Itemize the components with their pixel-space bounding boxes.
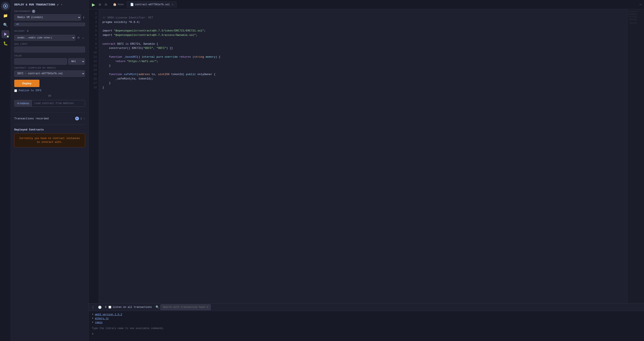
at-address-button[interactable]: At Address [14, 100, 32, 107]
top-toolbar: ▶ ⊕ ⊖ 🏠 Home 📄 contract-e077561e7b.sol ✕… [88, 0, 644, 9]
contract-select[interactable]: DEFI - contract-e077561e7b.sol [14, 70, 85, 77]
environment-row: Remix VM (London) ℹ [14, 14, 85, 20]
tab-home[interactable]: 🏠 Home [110, 1, 127, 8]
console-prompt[interactable]: > [92, 332, 641, 336]
publish-ipfs-checkbox[interactable] [14, 89, 17, 92]
account-label: ACCOUNT ⊕ [14, 28, 85, 33]
console-line-1: • web3 version 1.5.2 [92, 313, 641, 317]
home-tab-label: Home [118, 3, 124, 6]
account-row: 0x5B3...eddC4 (100 ether) ⧉ ✏ [14, 35, 85, 41]
environment-select[interactable]: Remix VM (London) [14, 14, 81, 20]
arrow-icon: › [61, 3, 63, 6]
console-line-3: • remix [92, 321, 641, 325]
listen-all-checkbox[interactable] [108, 306, 111, 309]
console-search-input[interactable] [160, 304, 211, 310]
value-input[interactable]: 0 [14, 58, 67, 65]
web3-link[interactable]: web3 version 1.5.2 [95, 313, 122, 316]
transactions-info-icon[interactable]: ℹ [80, 117, 82, 120]
console-search-icon: 🔍 [156, 305, 159, 309]
left-panel: DEPLOY & RUN TRANSACTIONS ✓ › ENVIRONMEN… [11, 0, 88, 341]
home-tab-icon: 🏠 [113, 3, 116, 6]
zoom-in-button[interactable]: ⊕ [98, 2, 102, 7]
console-output: • web3 version 1.5.2 • ethers.js • remix… [88, 311, 644, 341]
account-plus-icon[interactable]: ⊕ [26, 28, 30, 33]
code-editor[interactable]: // SPDX-License-Identifier: MIT pragma s… [99, 9, 627, 303]
check-icon: ✓ [57, 2, 59, 7]
panel-title-text: DEPLOY & RUN TRANSACTIONS [14, 3, 55, 6]
sidebar-icon-plugin[interactable] [1, 2, 10, 10]
contract-label: CONTRACT (Compiled By Remix) [14, 67, 85, 69]
vm-badge: VM [14, 23, 85, 26]
deployed-contracts-title: Deployed Contracts [14, 128, 85, 131]
load-contract-label: Load contract from Address [32, 100, 85, 107]
sidebar-icon-search[interactable]: 🔍 [2, 21, 10, 29]
svg-point-1 [4, 5, 6, 7]
transactions-label: Transactions recorded [14, 117, 74, 120]
svg-marker-2 [4, 33, 7, 36]
transactions-badge: 0 [75, 117, 79, 120]
tabs-bar: 🏠 Home 📄 contract-e077561e7b.sol ✕ [110, 1, 638, 8]
line-numbers: 12345 678910 1112131415 161718 [88, 9, 99, 303]
console-info-text: Type the library name to see available c… [92, 327, 641, 331]
publish-ipfs-label: Publish to IPFS [19, 89, 41, 92]
environment-info-icon[interactable]: ℹ [82, 15, 85, 20]
minimap-content: // SPDX-License-Identifier: MIT pragma s… [628, 9, 644, 28]
copy-account-icon[interactable]: ⧉ [76, 35, 80, 40]
gas-limit-label: GAS LIMIT [14, 43, 85, 45]
contract-tab-icon: 📄 [130, 3, 134, 6]
or-divider: OR [14, 95, 85, 97]
tab-contract[interactable]: 📄 contract-e077561e7b.sol ✕ [127, 1, 176, 8]
at-address-row: At Address Load contract from Address [14, 100, 85, 107]
environment-label: ENVIRONMENT Ξ [14, 10, 85, 13]
console-search-box: 🔍 [156, 304, 211, 310]
publish-row: Publish to IPFS [14, 89, 85, 92]
panel-title: DEPLOY & RUN TRANSACTIONS ✓ › [14, 2, 85, 7]
console-clear-button[interactable]: 🕐 [97, 305, 103, 309]
deploy-button[interactable]: Deploy [14, 80, 40, 87]
main-area: ▶ ⊕ ⊖ 🏠 Home 📄 contract-e077561e7b.sol ✕… [88, 0, 644, 341]
unit-select[interactable]: Wei Gwei Finney Ether [68, 58, 85, 65]
deployed-contracts-section: Deployed Contracts Currently you have no… [14, 128, 85, 147]
edit-account-icon[interactable]: ✏ [82, 35, 85, 40]
value-label: VALUE [14, 54, 85, 57]
remix-link[interactable]: remix [95, 321, 102, 324]
sidebar-icon-debug[interactable]: 🐛 [2, 39, 10, 47]
console-count: 0 [105, 306, 106, 309]
listen-all-label: listen on all transactions [112, 306, 152, 309]
account-select[interactable]: 0x5B3...eddC4 (100 ether) [14, 35, 75, 41]
editor-area: 12345 678910 1112131415 161718 // SPDX-L… [88, 9, 644, 303]
top-right-arrow-icon[interactable]: ↔ [640, 3, 642, 6]
eth-icon: Ξ [32, 10, 35, 13]
contract-tab-close-icon[interactable]: ✕ [172, 3, 173, 6]
contract-tab-label: contract-e077561e7b.sol [135, 3, 170, 6]
no-contracts-message: Currently you have no contract instances… [14, 133, 85, 147]
transactions-row[interactable]: Transactions recorded 0 ℹ › [14, 114, 85, 122]
sidebar-icon-file-explorer[interactable]: 📁 [2, 12, 10, 20]
minimap: // SPDX-License-Identifier: MIT pragma s… [627, 9, 644, 303]
icon-sidebar: 📁 🔍 🐛 [0, 0, 11, 341]
transactions-chevron-icon: › [83, 117, 85, 120]
sidebar-icon-deploy[interactable] [2, 30, 10, 38]
value-row: 0 Wei Gwei Finney Ether [14, 58, 85, 65]
listen-row: listen on all transactions [108, 306, 152, 309]
run-button[interactable]: ▶ [91, 1, 96, 8]
console-line-2: • ethers.js [92, 317, 641, 321]
bottom-panel: ⟨ 🕐 0 listen on all transactions 🔍 • web… [88, 303, 644, 341]
gas-limit-input[interactable]: 3000000 [14, 46, 85, 52]
console-toolbar: ⟨ 🕐 0 listen on all transactions 🔍 [88, 304, 644, 311]
console-collapse-button[interactable]: ⟨ [91, 305, 95, 309]
ethers-link[interactable]: ethers.js [95, 317, 108, 320]
zoom-out-button[interactable]: ⊖ [104, 2, 108, 7]
